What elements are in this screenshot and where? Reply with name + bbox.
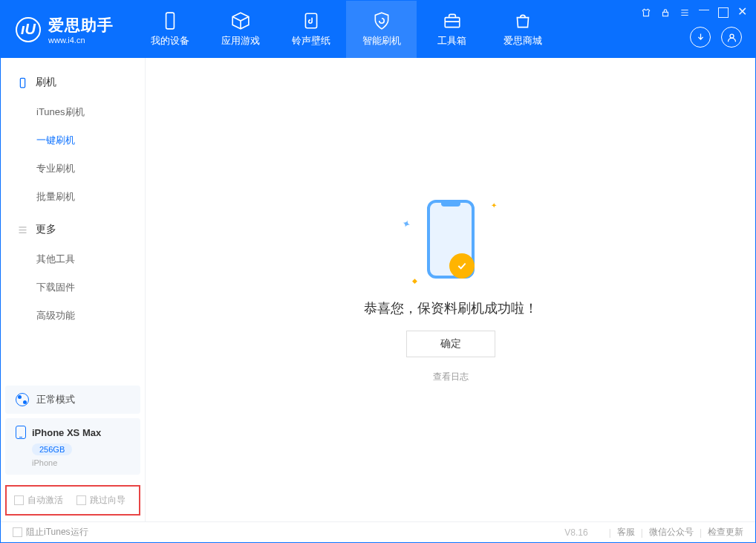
status-bar: 阻止iTunes运行 V8.16 | 客服 | 微信公众号 | 检查更新 <box>1 521 755 542</box>
checkbox-icon <box>14 495 24 505</box>
device-mode[interactable]: 正常模式 <box>5 386 140 414</box>
version-label: V8.16 <box>564 527 587 538</box>
tab-label: 铃声壁纸 <box>292 34 330 48</box>
main-tabs: 我的设备 应用游戏 铃声壁纸 智能刷机 工具箱 爱思商城 <box>134 1 558 58</box>
main-content: ✦ ✦ ◆ 恭喜您，保资料刷机成功啦！ 确定 查看日志 <box>146 58 755 521</box>
shield-refresh-icon <box>372 11 391 30</box>
footer-update[interactable]: 检查更新 <box>708 526 743 539</box>
maximize-button[interactable] <box>718 7 729 18</box>
bag-icon <box>513 11 532 30</box>
checkbox-icon <box>13 527 22 537</box>
ok-button[interactable]: 确定 <box>406 331 495 357</box>
tab-flash[interactable]: 智能刷机 <box>346 1 417 58</box>
sidebar-item-batch-flash[interactable]: 批量刷机 <box>36 183 145 211</box>
list-icon <box>17 224 28 235</box>
sparkle-icon: ✦ <box>400 216 412 230</box>
svg-rect-1 <box>305 13 316 28</box>
mode-label: 正常模式 <box>36 393 75 406</box>
phone-icon <box>16 426 26 439</box>
svg-rect-5 <box>20 78 25 88</box>
sidebar-item-advanced[interactable]: 高级功能 <box>36 302 145 330</box>
tab-label: 工具箱 <box>437 34 466 48</box>
svg-point-4 <box>730 34 734 38</box>
checkbox-skip-guide[interactable]: 跳过向导 <box>76 494 126 507</box>
app-title: 爱思助手 <box>48 15 114 36</box>
success-message: 恭喜您，保资料刷机成功啦！ <box>364 299 538 317</box>
tab-toolbox[interactable]: 工具箱 <box>417 1 487 58</box>
body: 刷机 iTunes刷机 一键刷机 专业刷机 批量刷机 更多 其他工具 下载固件 … <box>1 58 755 521</box>
footer-support[interactable]: 客服 <box>617 526 635 539</box>
tab-apps[interactable]: 应用游戏 <box>205 1 276 58</box>
check-badge-icon <box>449 253 475 279</box>
group-label: 刷机 <box>36 76 56 89</box>
close-button[interactable]: ✕ <box>737 7 748 18</box>
title-bar: ıU 爱思助手 www.i4.cn 我的设备 应用游戏 铃声壁纸 智能刷机 工具… <box>1 1 755 58</box>
sparkle-icon: ◆ <box>412 277 417 284</box>
sidebar-item-itunes-flash[interactable]: iTunes刷机 <box>36 98 145 126</box>
success-illustration: ✦ ✦ ◆ <box>406 197 495 286</box>
sidebar: 刷机 iTunes刷机 一键刷机 专业刷机 批量刷机 更多 其他工具 下载固件 … <box>1 58 146 521</box>
phone-outline-icon <box>427 200 475 279</box>
cube-icon <box>231 11 250 30</box>
checkbox-label: 阻止iTunes运行 <box>26 526 88 539</box>
logo-icon: ıU <box>16 17 41 42</box>
device-info[interactable]: iPhone XS Max 256GB iPhone <box>5 418 140 475</box>
svg-rect-0 <box>166 13 174 29</box>
sidebar-item-other-tools[interactable]: 其他工具 <box>36 245 145 273</box>
group-label: 更多 <box>36 223 56 236</box>
header-actions <box>690 27 742 48</box>
tab-store[interactable]: 爱思商城 <box>487 1 558 58</box>
svg-rect-3 <box>663 12 668 16</box>
toolbox-icon <box>443 11 462 30</box>
minimize-button[interactable] <box>699 10 709 20</box>
window-controls: ✕ <box>641 5 748 20</box>
tab-ringtone[interactable]: 铃声壁纸 <box>276 1 346 58</box>
sidebar-item-onekey-flash[interactable]: 一键刷机 <box>36 126 145 155</box>
checkbox-auto-activate[interactable]: 自动激活 <box>14 494 63 507</box>
music-file-icon <box>302 11 321 30</box>
tab-label: 智能刷机 <box>362 34 401 48</box>
download-button[interactable] <box>690 27 711 48</box>
tab-my-device[interactable]: 我的设备 <box>134 1 205 58</box>
sidebar-item-pro-flash[interactable]: 专业刷机 <box>36 155 145 183</box>
lock-icon[interactable] <box>660 7 671 18</box>
tab-label: 我的设备 <box>151 34 189 48</box>
device-name: iPhone XS Max <box>32 427 101 438</box>
checkbox-label: 自动激活 <box>27 494 63 507</box>
mode-icon <box>16 393 29 406</box>
view-log-link[interactable]: 查看日志 <box>433 371 469 383</box>
flash-options-highlight: 自动激活 跳过向导 <box>5 485 140 516</box>
tab-label: 应用游戏 <box>221 34 260 48</box>
checkbox-label: 跳过向导 <box>90 494 126 507</box>
user-button[interactable] <box>721 27 742 48</box>
phone-icon <box>160 11 180 30</box>
device-icon <box>17 77 28 88</box>
device-panel: 正常模式 iPhone XS Max 256GB iPhone <box>5 386 140 475</box>
app-logo: ıU 爱思助手 www.i4.cn <box>1 1 128 58</box>
tab-label: 爱思商城 <box>504 34 542 48</box>
checkbox-icon <box>76 495 86 505</box>
sidebar-group-flash: 刷机 <box>1 71 145 94</box>
device-storage: 256GB <box>32 443 72 455</box>
shirt-icon[interactable] <box>641 7 651 18</box>
sidebar-group-more: 更多 <box>1 218 145 241</box>
sidebar-item-firmware[interactable]: 下载固件 <box>36 273 145 302</box>
menu-icon[interactable] <box>680 7 690 18</box>
app-site: www.i4.cn <box>48 36 114 45</box>
checkbox-block-itunes[interactable]: 阻止iTunes运行 <box>13 526 88 539</box>
svg-rect-2 <box>445 18 460 27</box>
sparkle-icon: ✦ <box>491 201 497 209</box>
device-type: iPhone <box>32 458 130 467</box>
footer-wechat[interactable]: 微信公众号 <box>649 526 694 539</box>
